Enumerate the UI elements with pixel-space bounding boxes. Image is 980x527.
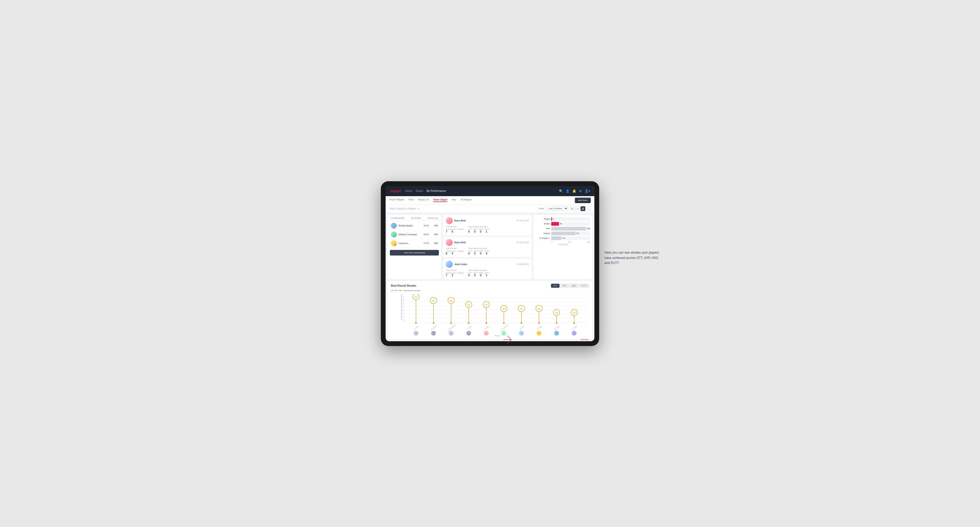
svg-text:B. Ford: B. Ford — [519, 325, 524, 330]
total-rounds-label: Total Rounds — [446, 248, 464, 249]
svg-text:R. Britt: R. Britt — [484, 325, 489, 330]
chart-x-labels: 0 200 400 — [536, 241, 590, 243]
player-row[interactable]: 2 Edward Crossman 18/20 107 — [390, 230, 439, 239]
bar-chart-panel: Eagles 3 Birdies — [534, 215, 592, 279]
edit-icon[interactable]: ✏ — [418, 207, 420, 210]
user-icon[interactable]: 👤 — [566, 189, 570, 193]
card-date: 02 Sep 2023 — [517, 219, 529, 222]
show-controls: Show Last 3 months Last 6 months Last ye… — [539, 206, 591, 211]
streak-tab-app[interactable]: APP — [560, 284, 569, 288]
svg-text:4x: 4x — [520, 308, 522, 310]
team-name: Team Clippd | 14 Players — [389, 207, 416, 210]
add-team-button[interactable]: Add Team — [575, 197, 591, 203]
nav-links: Home Teams My Performance — [405, 189, 446, 192]
player-row[interactable]: 1 Richard Butler 19/20 110 — [390, 221, 439, 230]
arg-value: 0 — [480, 274, 484, 277]
app-label: APP — [474, 272, 477, 274]
arg-value: 0 — [480, 230, 484, 233]
bar-fill — [551, 217, 552, 221]
nav-left: clippd Home Teams My Performance — [390, 189, 446, 193]
card-avatar — [446, 261, 453, 268]
streak-tab-putt[interactable]: PUTT — [579, 284, 589, 288]
bar-value: 311 — [576, 232, 579, 234]
bar-row-pars: Pars 499 — [536, 227, 590, 230]
detail-view-icon[interactable]: ↕ — [586, 206, 591, 211]
practice-activities-group: Total Practice Activities OTT APP ARG PU… — [468, 269, 490, 277]
y-label-4: 4 — [394, 306, 404, 308]
card-stats: Total Rounds Tournament Practice 7 6 — [446, 226, 529, 233]
tab-hcaps[interactable]: Hcaps 1-5 — [418, 198, 429, 202]
svg-text:3x: 3x — [573, 312, 575, 314]
bar-container: 96 — [551, 222, 590, 226]
y-label-2: 2 — [394, 313, 404, 314]
annotation-box: Here you can see streaks your players ha… — [605, 250, 663, 266]
total-rounds-label: Total Rounds — [446, 269, 464, 271]
practice-activities-group: Total Practice Activities OTT APP ARG PU… — [468, 248, 490, 255]
card-player-name: Rees Britt — [454, 241, 466, 244]
rank-badge: 3 — [395, 244, 397, 246]
tab-pga[interactable]: PGA — [409, 198, 414, 202]
streak-chart-area: Best Streak, Fairway Accuracy 0 1 2 3 4 … — [391, 294, 589, 337]
svg-point-49 — [556, 322, 557, 324]
streak-svg: 7x E. Ebert 6x B. McHerg — [407, 294, 588, 337]
card-view-icon[interactable]: ▤ — [581, 206, 585, 211]
player-avg: 110 — [430, 224, 438, 227]
tab-tour[interactable]: Tour — [452, 198, 457, 202]
team-header: Team Clippd | 14 Players ✏ Show Last 3 m… — [386, 205, 594, 213]
sub-navigation: PGAT Players PGA Hcaps 1-5 Team Clippd T… — [386, 196, 594, 205]
putt-label: PUTT — [484, 272, 489, 274]
svg-point-54 — [573, 322, 575, 324]
arg-value: 0 — [480, 252, 484, 255]
nav-teams[interactable]: Teams — [415, 189, 423, 192]
avatar: 1 — [391, 223, 397, 229]
nav-my-performance[interactable]: My Performance — [426, 189, 446, 192]
putt-value: 1 — [486, 274, 490, 277]
card-date: 26 Aug 2023 — [517, 263, 529, 265]
streak-tab-arg[interactable]: ARG — [570, 284, 578, 288]
svg-point-14 — [433, 322, 434, 324]
streak-tab-ott[interactable]: OTT — [551, 284, 560, 288]
bar-fill — [551, 222, 559, 226]
bar-container: 3 — [551, 217, 590, 221]
ott-value: 0 — [468, 230, 473, 233]
list-view-icon[interactable]: ≡ — [575, 206, 580, 211]
top-navigation: clippd Home Teams My Performance 🔍 👤 🔔 ⚙… — [386, 186, 594, 196]
profile-icon[interactable]: 👤▾ — [584, 189, 590, 193]
sub-nav-tabs: PGAT Players PGA Hcaps 1-5 Team Clippd T… — [389, 198, 472, 202]
nav-home[interactable]: Home — [405, 189, 412, 192]
rank-badge: 1 — [395, 227, 397, 229]
svg-text:M. Miller: M. Miller — [536, 325, 542, 330]
bar-fill — [551, 232, 576, 235]
total-rounds-group: Total Rounds Tournament Practice 8 4 — [446, 248, 464, 255]
bell-icon[interactable]: 🔔 — [572, 189, 576, 193]
bar-value: 131 — [562, 237, 565, 239]
bar-fill — [551, 227, 586, 230]
tournament-label: Tournament — [446, 229, 456, 230]
player-row[interactable]: 3 Cameron... 17/20 103 — [390, 239, 439, 248]
streak-subtitle: Off The Tee, Fairway Accuracy — [391, 289, 589, 292]
time-range-select[interactable]: Last 3 months Last 6 months Last year — [546, 206, 568, 211]
settings-icon[interactable]: ⚙ — [579, 189, 582, 193]
bar-label: D. Bogeys + — [536, 237, 550, 239]
app-value: 0 — [474, 274, 478, 277]
tab-pgat-players[interactable]: PGAT Players — [389, 198, 404, 202]
search-icon[interactable]: 🔍 — [559, 189, 563, 193]
main-content: Team Clippd | 14 Players ✏ Show Last 3 m… — [386, 205, 594, 341]
col-headers: PLAYER NAME PB SCORE PB AVG SQ — [390, 217, 439, 221]
practice-label: Practice — [457, 250, 464, 252]
svg-point-62 — [484, 331, 488, 336]
tab-team-clippd[interactable]: Team Clippd — [433, 198, 447, 202]
y-label-6: 6 — [394, 299, 404, 301]
svg-point-39 — [520, 322, 522, 324]
bar-container: 311 — [551, 232, 590, 235]
bar-row-eagles: Eagles 3 — [536, 217, 590, 221]
card-avatar — [446, 239, 453, 246]
avatar: 3 — [391, 240, 397, 246]
card-player-name: Josh Coles — [454, 263, 467, 266]
practice-activities-label: Total Practice Activities — [468, 269, 490, 271]
view-leaderboard-button[interactable]: View Full Leaderboard — [390, 250, 439, 256]
svg-point-29 — [485, 322, 487, 324]
svg-point-66 — [554, 331, 559, 336]
tab-all-players[interactable]: All Players — [460, 198, 472, 202]
grid-view-icon[interactable]: ⊞ — [570, 206, 575, 211]
